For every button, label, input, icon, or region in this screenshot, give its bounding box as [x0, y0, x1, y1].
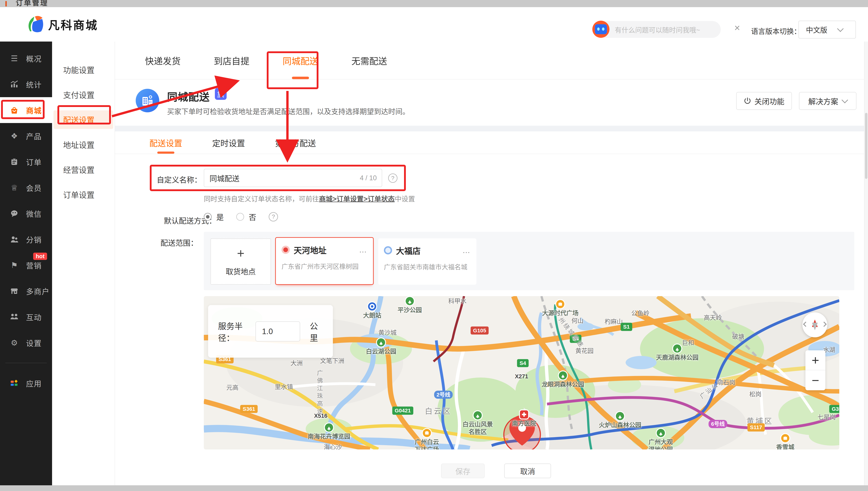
sidebar-item-settings[interactable]: ⚙ 设置: [0, 330, 52, 356]
address-card-tianhe[interactable]: 天河地址 … 广东省广州市天河区橡树园: [275, 237, 374, 285]
custom-name-input[interactable]: [204, 173, 360, 182]
park-icon: [673, 344, 681, 353]
help-icon[interactable]: ?: [388, 173, 398, 183]
map-label: 龙眼洞森林公园: [542, 371, 584, 388]
service-radius-panel: 服务半径： 公里: [208, 305, 333, 358]
chevron-down-icon: [842, 97, 848, 104]
layers-icon: ☰: [10, 54, 19, 63]
tab-express-delivery[interactable]: 快递发货: [145, 41, 181, 79]
assistant-chat-text: 有什么问题可以随时问我哦~: [615, 25, 700, 34]
map-label: 海心沙: [324, 443, 342, 450]
map-zoom-control: + −: [805, 350, 826, 390]
map-compass[interactable]: [802, 312, 827, 337]
delivery-range-label: 配送范围：: [161, 237, 198, 248]
scrollbar-thumb[interactable]: [865, 113, 867, 179]
storefront-icon: [10, 287, 19, 295]
map-label: 科甲水: [448, 297, 466, 305]
map-label: 平沙公园: [398, 297, 422, 314]
helper-link[interactable]: 商城>订单设置>订单状态: [319, 195, 395, 203]
map-label: 广州大观湿地公园: [649, 429, 673, 450]
plus-icon: +: [237, 247, 244, 260]
address-card-dafu[interactable]: 大福店 … 广东省韶关市南雄市大福名城: [378, 238, 476, 285]
address-text: 广东省韶关市南雄市大福名城: [384, 263, 469, 272]
sidebar-item-apps[interactable]: 应用: [0, 370, 52, 396]
tab-no-delivery[interactable]: 无需配送: [351, 41, 387, 79]
delivery-settings-card: 配送设置 定时设置 第三方配送 自定义名称： 4 / 10 ? 同时支持自定义订…: [115, 132, 864, 485]
sidebar-item-stats[interactable]: 统计: [0, 71, 52, 97]
map-label: 天鹿湖森林公园: [656, 344, 698, 362]
tab-store-pickup[interactable]: 到店自提: [214, 41, 250, 79]
zoom-in-button[interactable]: +: [805, 350, 826, 370]
char-counter: 4 / 10: [360, 174, 382, 182]
subnav-item-function-settings[interactable]: 功能设置: [52, 57, 115, 82]
helper-text: 同时支持自定义订单状态名称，可前往商城>订单设置>订单状态中设置: [204, 194, 415, 203]
sidebar-item-orders[interactable]: 订单: [0, 149, 52, 175]
settings-subtabs: 配送设置 定时设置 第三方配送: [115, 132, 864, 154]
assistant-close-icon[interactable]: ×: [734, 23, 740, 33]
park-icon: [406, 297, 414, 305]
zoom-out-button[interactable]: −: [805, 370, 826, 390]
save-button[interactable]: 保存: [441, 464, 485, 478]
clipboard-icon: [10, 157, 19, 166]
metro-icon: [368, 302, 376, 310]
logo-text: 凡科商城: [48, 16, 98, 32]
hospital-icon: [520, 410, 528, 418]
more-options-icon[interactable]: …: [359, 245, 367, 254]
people-icon: [10, 235, 19, 244]
subtab-delivery-settings[interactable]: 配送设置: [149, 132, 182, 154]
wechat-icon: [10, 209, 19, 218]
sidebar-divider: [5, 363, 47, 363]
delivery-type-tabs: 快递发货 到店自提 同城配送 无需配送: [115, 41, 864, 80]
selected-location-dot-icon: [282, 246, 290, 254]
close-feature-button[interactable]: 关闭功能: [736, 92, 792, 110]
map-label: G35: [829, 405, 839, 413]
top-header: 凡科商城 有什么问题可以随时问我哦~ × 语言版本切换： 中文版: [0, 7, 868, 41]
map-label: 火炉山森林公园: [599, 412, 641, 429]
service-radius-unit: 公里: [310, 320, 323, 343]
language-select[interactable]: 中文版: [799, 21, 856, 38]
map-label: X516: [314, 412, 327, 419]
map-label: 大朗站: [363, 302, 381, 319]
sidebar-item-products[interactable]: ❖ 产品: [0, 123, 52, 149]
park-icon: [473, 411, 482, 419]
cancel-button[interactable]: 取消: [504, 464, 551, 478]
assistant-robot-avatar[interactable]: [592, 21, 609, 38]
map-label: 破塘: [732, 333, 744, 341]
service-radius-input[interactable]: [256, 321, 300, 341]
browser-tab-divider: [47, 0, 47, 7]
tab-same-city-delivery[interactable]: 同城配送: [283, 41, 318, 79]
shop-icon: [556, 300, 565, 308]
browser-favicon-bar: [5, 1, 7, 6]
delivery-range-map[interactable]: 大朗站平沙公园科甲水大源时代广场何山杓麻山S1公鱼岭高天岭破塘黄沙城白云湖公园黄…: [204, 296, 839, 450]
subtab-third-party-delivery[interactable]: 第三方配送: [275, 132, 316, 154]
map-label: 6号线: [708, 420, 727, 428]
subnav-item-payment-settings[interactable]: 支付设置: [52, 82, 115, 107]
bottom-taskbar-strip: [0, 485, 868, 491]
app-logo[interactable]: 凡科商城: [27, 16, 98, 33]
map-label: 广汕公路: [698, 376, 726, 400]
sidebar-item-interaction[interactable]: 互动: [0, 304, 52, 330]
subnav-item-delivery-settings[interactable]: 配送设置: [52, 107, 115, 132]
sidebar-item-marketing[interactable]: ⚑ 营销 hot: [0, 252, 52, 278]
map-label: 南海花卉博览园: [308, 424, 350, 440]
solution-button[interactable]: 解决方案: [799, 92, 857, 110]
sidebar-item-members[interactable]: ♕ 会员: [0, 175, 52, 201]
subnav-item-order-settings[interactable]: 订单设置: [52, 182, 115, 207]
sidebar-item-distribution[interactable]: 分销: [0, 226, 52, 252]
sidebar-item-multi-merchant[interactable]: 多商户: [0, 278, 52, 304]
sidebar-item-wechat[interactable]: 微信: [0, 201, 52, 226]
vertical-scrollbar[interactable]: [864, 41, 868, 485]
chevron-down-icon: [837, 26, 844, 32]
sidebar-item-overview[interactable]: ☰ 概况: [0, 46, 52, 71]
sidebar-item-mall[interactable]: 商城: [0, 97, 52, 123]
park-icon: [377, 338, 385, 347]
subtab-schedule-settings[interactable]: 定时设置: [212, 132, 245, 154]
help-icon[interactable]: ?: [269, 212, 278, 222]
assistant-chat-bubble[interactable]: 有什么问题可以随时问我哦~: [598, 21, 721, 38]
subnav-item-business-settings[interactable]: 经营设置: [52, 157, 115, 182]
subnav-item-address-settings[interactable]: 地址设置: [52, 132, 115, 157]
radio-yes[interactable]: [204, 213, 212, 221]
add-pickup-location-card[interactable]: + 取货地点: [210, 238, 271, 285]
radio-no[interactable]: [236, 213, 244, 221]
more-options-icon[interactable]: …: [462, 246, 471, 255]
